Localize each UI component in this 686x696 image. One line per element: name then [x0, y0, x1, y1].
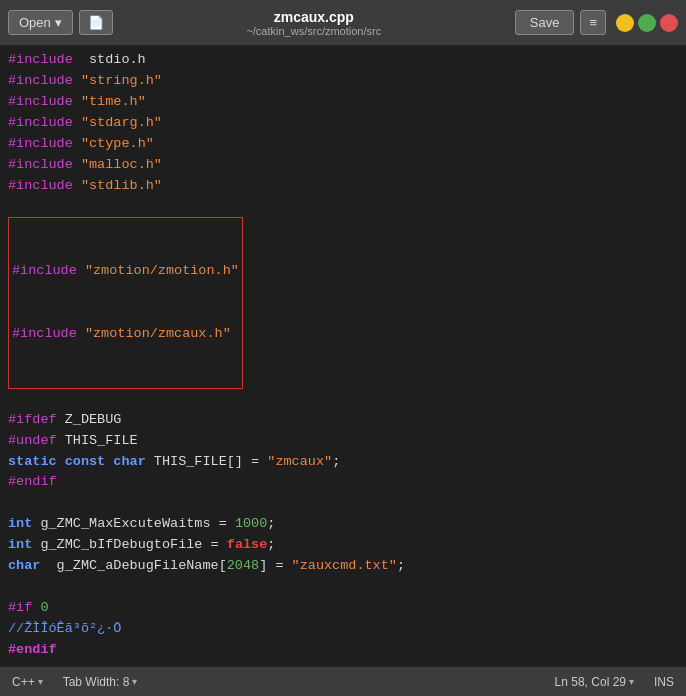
code-line: #undef THIS_FILE: [8, 431, 678, 452]
position-label: Ln 58, Col 29: [555, 675, 626, 689]
file-path: ~/catkin_ws/src/zmotion/src: [119, 25, 509, 37]
code-line: #include "malloc.h": [8, 155, 678, 176]
code-line: [8, 577, 678, 598]
tab-width-label: Tab Width: 8: [63, 675, 130, 689]
language-selector[interactable]: C++ ▾: [12, 675, 43, 689]
file-icon: 📄: [88, 15, 104, 30]
insert-mode: INS: [654, 675, 674, 689]
maximize-button[interactable]: [638, 14, 656, 32]
language-label: C++: [12, 675, 35, 689]
file-title: zmcaux.cpp: [119, 9, 509, 25]
code-line: static const char THIS_FILE[] = "zmcaux"…: [8, 452, 678, 473]
open-button[interactable]: Open ▾: [8, 10, 73, 35]
code-line: [8, 196, 678, 217]
position-chevron: ▾: [629, 676, 634, 687]
menu-button[interactable]: ≡: [580, 10, 606, 35]
save-button[interactable]: Save: [515, 10, 575, 35]
highlighted-include-block: #include "zmotion/zmotion.h" #include "z…: [8, 217, 243, 388]
code-line: #include "string.h": [8, 71, 678, 92]
code-line: #include "stdlib.h": [8, 176, 678, 197]
editor[interactable]: #include stdio.h #include "string.h" #in…: [0, 46, 686, 666]
code-line: #include "time.h": [8, 92, 678, 113]
code-line: //ŽÌÎóÊã³õ²¿·Ö: [8, 619, 678, 640]
code-line: #include stdio.h: [8, 50, 678, 71]
window-controls: [616, 14, 678, 32]
file-icon-button[interactable]: 📄: [79, 10, 113, 35]
code-line: [8, 493, 678, 514]
code-line: #include "stdarg.h": [8, 113, 678, 134]
tab-width-selector[interactable]: Tab Width: 8 ▾: [63, 675, 138, 689]
statusbar: C++ ▾ Tab Width: 8 ▾ Ln 58, Col 29 ▾ INS: [0, 666, 686, 696]
title-center: zmcaux.cpp ~/catkin_ws/src/zmotion/src: [119, 9, 509, 37]
chevron-down-icon: ▾: [55, 15, 62, 30]
code-line: int g_ZMC_MaxExcuteWaitms = 1000;: [8, 514, 678, 535]
code-line: [8, 389, 678, 410]
open-label: Open: [19, 15, 51, 30]
insert-mode-label: INS: [654, 675, 674, 689]
code-line: #ifdef Z_DEBUG: [8, 410, 678, 431]
cursor-position[interactable]: Ln 58, Col 29 ▾: [555, 675, 634, 689]
code-line: char g_ZMC_aDebugFileName[2048] = "zauxc…: [8, 556, 678, 577]
code-line: #if 0: [8, 598, 678, 619]
code-line: int g_ZMC_bIfDebugtoFile = false;: [8, 535, 678, 556]
tab-width-chevron: ▾: [132, 676, 137, 687]
close-button[interactable]: [660, 14, 678, 32]
code-line: #endif: [8, 640, 678, 661]
minimize-button[interactable]: [616, 14, 634, 32]
code-line: #endif: [8, 472, 678, 493]
titlebar: Open ▾ 📄 zmcaux.cpp ~/catkin_ws/src/zmot…: [0, 0, 686, 46]
code-line: #include "ctype.h": [8, 134, 678, 155]
language-chevron: ▾: [38, 676, 43, 687]
